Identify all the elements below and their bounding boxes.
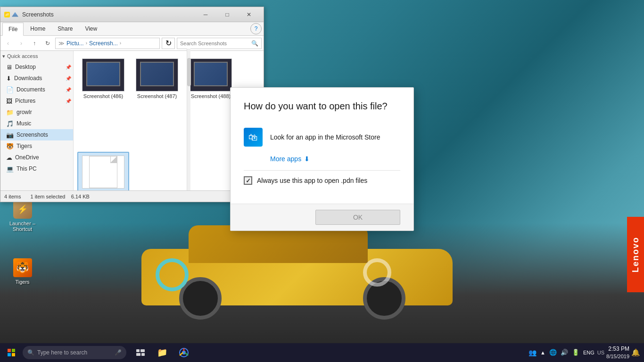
more-apps-arrow-icon: ⬇ [304, 155, 310, 163]
more-apps-link[interactable]: More apps ⬇ [270, 155, 400, 163]
ms-store-label: Look for an app in the Microsoft Store [270, 133, 380, 141]
ms-store-option[interactable]: 🛍 Look for an app in the Microsoft Store [244, 123, 400, 151]
dialog-overlay: How do you want to open this file? 🛍 Loo… [0, 0, 644, 362]
always-use-checkbox[interactable]: ✓ [244, 176, 252, 185]
ok-button[interactable]: OK [315, 210, 400, 225]
dialog-divider [244, 170, 400, 171]
open-with-dialog: How do you want to open this file? 🛍 Loo… [230, 87, 414, 231]
dialog-footer: OK [231, 204, 413, 230]
dialog-body: How do you want to open this file? 🛍 Loo… [231, 88, 413, 204]
ms-store-icon: 🛍 [244, 128, 263, 147]
more-apps-text: More apps [270, 155, 301, 163]
checkbox-label: Always use this app to open .pdn files [257, 177, 367, 184]
checkbox-row: ✓ Always use this app to open .pdn files [244, 176, 400, 185]
dialog-title: How do you want to open this file? [244, 101, 400, 112]
checkbox-check-icon: ✓ [246, 177, 251, 184]
